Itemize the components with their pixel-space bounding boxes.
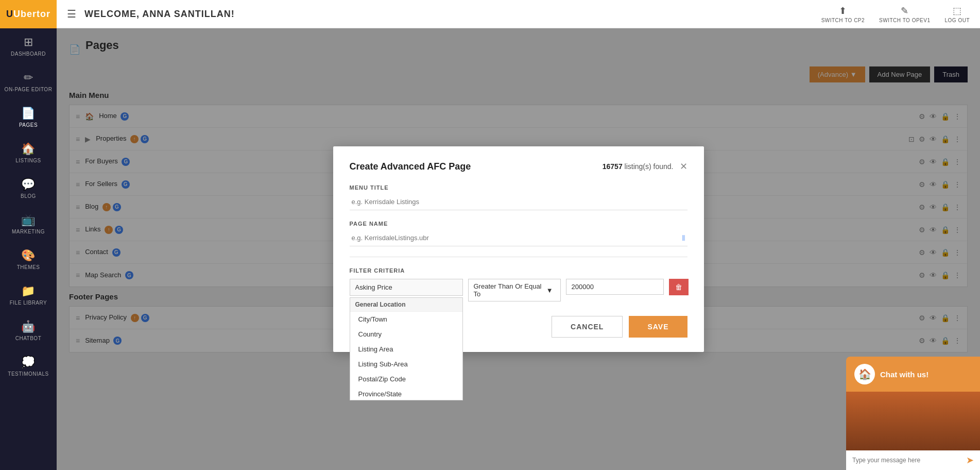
chatbot-icon: 🤖 [21, 320, 36, 333]
chat-header: 🏠 Chat with us! [846, 357, 980, 392]
logo: UUbertor [0, 0, 57, 28]
topbar-left: ☰ WELCOME, ANNA SANTILLAN! [67, 8, 235, 20]
filter-condition: Greater Than Or Equal To ▼ [468, 279, 561, 301]
chat-input[interactable] [852, 457, 962, 464]
welcome-message: WELCOME, ANNA SANTILLAN! [84, 9, 235, 20]
listings-icon: 🏠 [21, 142, 36, 156]
content-area: 📄 Pages (Advance) ▼ Add New Page Trash M… [57, 28, 980, 470]
listing-count: 16757 listing(s) found. [603, 162, 674, 171]
page-name-label: Page Name [350, 221, 687, 227]
dropdown-item-listing-area[interactable]: Listing Area [350, 342, 462, 357]
modal-header: Create Advanced AFC Page 16757 listing(s… [350, 161, 687, 172]
switch-opev1-button[interactable]: ✎ Switch to OPEv1 [879, 5, 930, 23]
modal-close-button[interactable]: ✕ [680, 161, 687, 172]
sidebar-item-file-library[interactable]: 📁 File Library [0, 277, 57, 313]
sidebar-item-themes[interactable]: 🎨 Themes [0, 242, 57, 277]
chat-body [846, 392, 980, 450]
filter-criteria-label: Filter Criteria [350, 267, 687, 274]
chat-input-area: ➤ [846, 450, 980, 470]
filter-condition-select[interactable]: Greater Than Or Equal To ▼ [468, 279, 561, 301]
dropdown-item-listing-sub-area[interactable]: Listing Sub-Area [350, 357, 462, 372]
blog-icon: 💬 [21, 178, 36, 191]
hamburger-menu-button[interactable]: ☰ [67, 8, 76, 20]
page-name-input[interactable] [350, 230, 680, 246]
themes-icon: 🎨 [21, 249, 36, 262]
editor-icon: ✏ [24, 71, 33, 85]
switch-cp2-icon: ⬆ [839, 5, 847, 16]
chat-header-text: Chat with us! [880, 370, 929, 379]
sidebar-item-on-page-editor[interactable]: ✏ On-Page Editor [0, 64, 57, 99]
menu-title-label: Menu Title [350, 184, 687, 191]
log-out-icon: ⬚ [953, 5, 962, 16]
cancel-button[interactable]: Cancel [552, 316, 623, 338]
sidebar-item-listings[interactable]: 🏠 Listings [0, 135, 57, 171]
filter-value-input[interactable] [566, 279, 664, 295]
dashboard-icon: ⊞ [24, 36, 33, 49]
main-area: ☰ WELCOME, ANNA SANTILLAN! ⬆ Switch to C… [57, 0, 980, 470]
filter-row: Asking Price General Location City/Town … [350, 279, 687, 301]
file-library-icon: 📁 [21, 284, 36, 298]
topbar: ☰ WELCOME, ANNA SANTILLAN! ⬆ Switch to C… [57, 0, 980, 28]
sidebar-item-pages[interactable]: 📄 Pages [0, 99, 57, 135]
barcode-icon: ⦀ [680, 231, 687, 245]
switch-opev1-icon: ✎ [901, 5, 909, 16]
sidebar-item-blog[interactable]: 💬 Blog [0, 171, 57, 206]
menu-title-group: Menu Title [350, 184, 687, 210]
filter-delete-button[interactable]: 🗑 [669, 279, 689, 295]
log-out-button[interactable]: ⬚ Log Out [944, 5, 970, 23]
filter-dropdown-list: General Location City/Town Country Listi… [350, 297, 463, 400]
dropdown-item-province-state[interactable]: Province/State [350, 387, 462, 400]
marketing-icon: 📺 [21, 213, 36, 227]
save-button[interactable]: Save [629, 316, 687, 338]
modal-title: Create Advanced AFC Page [350, 161, 471, 172]
dropdown-group-label: General Location [350, 298, 462, 312]
pages-icon: 📄 [21, 107, 36, 120]
modal-overlay: Create Advanced AFC Page 16757 listing(s… [57, 28, 980, 470]
sidebar: UUbertor ⊞ Dashboard ✏ On-Page Editor 📄 … [0, 0, 57, 470]
chevron-down-icon: ▼ [546, 287, 553, 294]
dropdown-item-postal-zip[interactable]: Postal/Zip Code [350, 372, 462, 387]
chat-widget: 🏠 Chat with us! ➤ [846, 357, 980, 470]
testimonials-icon: 💭 [21, 356, 36, 369]
chat-logo-icon: 🏠 [854, 364, 875, 384]
dropdown-item-city[interactable]: City/Town [350, 312, 462, 327]
menu-title-input[interactable] [350, 194, 687, 210]
page-name-input-row: ⦀ [350, 230, 687, 246]
filter-select-container: Asking Price General Location City/Town … [350, 279, 463, 296]
sidebar-item-marketing[interactable]: 📺 Marketing [0, 206, 57, 242]
switch-cp2-button[interactable]: ⬆ Switch to CP2 [821, 5, 865, 23]
create-afc-page-modal: Create Advanced AFC Page 16757 listing(s… [333, 146, 704, 352]
sidebar-item-testimonials[interactable]: 💭 Testimonials [0, 348, 57, 384]
page-name-group: Page Name ⦀ [350, 221, 687, 246]
filter-type-select[interactable]: Asking Price [350, 279, 463, 296]
sidebar-item-chatbot[interactable]: 🤖 Chatbot [0, 313, 57, 348]
topbar-right: ⬆ Switch to CP2 ✎ Switch to OPEv1 ⬚ Log … [821, 5, 970, 23]
sidebar-item-dashboard[interactable]: ⊞ Dashboard [0, 28, 57, 64]
chat-send-button[interactable]: ➤ [966, 455, 974, 466]
dropdown-item-country[interactable]: Country [350, 327, 462, 342]
